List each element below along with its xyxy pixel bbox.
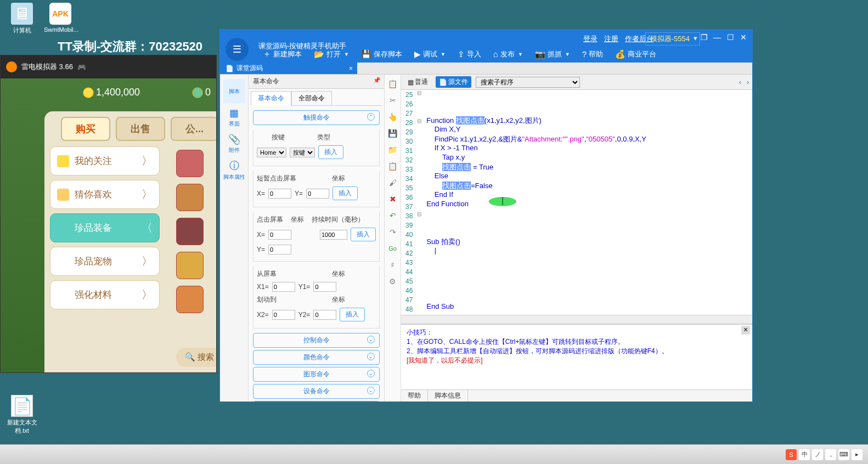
game-category-item[interactable]: 我的关注〉 <box>50 146 160 176</box>
close-tab-icon[interactable]: × <box>349 65 353 72</box>
item-thumb[interactable] <box>176 252 204 279</box>
command-group[interactable]: 控制命令⌄ <box>253 333 380 348</box>
file-tab[interactable]: 📄 课堂源码 × <box>220 63 357 74</box>
item-thumb[interactable] <box>176 150 204 177</box>
currency-gem[interactable]: 0 <box>192 87 211 98</box>
window-restore-icon[interactable]: ❐ <box>698 32 710 42</box>
status-tab-help[interactable]: 帮助 <box>401 390 428 401</box>
sidebar-界面[interactable]: ▦界面 <box>223 105 245 129</box>
toolbar-调试[interactable]: ▶调试▼ <box>410 47 450 61</box>
paste-icon[interactable]: 📋 <box>388 161 398 171</box>
horizontal-scrollbar[interactable] <box>401 315 752 324</box>
collapse-icon[interactable]: ⌃ <box>367 113 375 121</box>
nav-next-icon[interactable]: › <box>747 78 749 86</box>
emulator-titlebar[interactable]: 雷电模拟器 3.66 🎮 <box>1 55 216 78</box>
sidebar-附件[interactable]: 📎附件 <box>223 132 245 156</box>
currency-gold[interactable]: 1,400,000 <box>83 87 140 98</box>
y1-input[interactable] <box>313 282 336 292</box>
cancel-icon[interactable]: ✖ <box>388 194 398 204</box>
brush-icon[interactable]: 🖌 <box>388 178 398 188</box>
login-link[interactable]: 登录 <box>583 34 598 44</box>
taskbar[interactable]: S 中 ノ ， ⌨ ▸ <box>0 444 868 464</box>
tab-sell[interactable]: 出售 <box>116 117 165 141</box>
desktop-icon-apk[interactable]: APK SwmtMobil... <box>44 3 77 33</box>
item-thumb[interactable] <box>176 184 204 211</box>
insert-button[interactable]: 插入 <box>351 228 376 241</box>
search-procedure-select[interactable]: 搜索子程序 <box>476 77 580 88</box>
code-editor[interactable]: 2526272829303132333435363738394041424344… <box>401 90 752 315</box>
touch-commands-group[interactable]: 触摸命令⌃ <box>253 110 380 125</box>
game-category-item[interactable]: 珍品宠物〉 <box>50 247 160 276</box>
game-category-item[interactable]: 强化材料〉 <box>50 280 160 309</box>
command-group[interactable]: 其它命令⌄ <box>253 401 380 401</box>
toolbar-导入[interactable]: ⇪导入 <box>453 47 486 61</box>
duration-input[interactable] <box>320 230 347 240</box>
view-source[interactable]: 📄 源文件 <box>436 76 471 88</box>
insert-button[interactable]: 插入 <box>340 308 365 321</box>
y-input[interactable] <box>306 189 329 199</box>
toolbar-商业平台[interactable]: 💰商业平台 <box>611 47 661 61</box>
game-category-item[interactable]: 珍品装备〈 <box>50 213 160 242</box>
ime-indicator[interactable]: 中 <box>799 449 810 460</box>
insert-button[interactable]: 插入 <box>332 186 358 200</box>
undo-icon[interactable]: ↶ <box>388 211 398 220</box>
toolbar-保存脚本[interactable]: 💾保存脚本 <box>357 47 407 61</box>
panel-tab-all[interactable]: 全部命令 <box>291 91 332 106</box>
window-close-icon[interactable]: ✕ <box>737 32 749 42</box>
ime-punct-icon[interactable]: ， <box>825 449 836 460</box>
close-tips-icon[interactable]: × <box>741 326 750 335</box>
main-menu-button[interactable]: ☰ <box>226 38 249 61</box>
game-category-item[interactable]: 猜你喜欢〉 <box>50 180 160 209</box>
go-icon[interactable]: Go <box>388 244 398 253</box>
game-search[interactable]: 🔍 搜索 <box>176 348 216 367</box>
item-thumb[interactable] <box>176 286 204 313</box>
tap-y-input[interactable] <box>268 245 291 254</box>
x2-input[interactable] <box>272 310 295 320</box>
panel-tab-basic[interactable]: 基本命令 <box>251 91 291 106</box>
x-input[interactable] <box>268 189 291 199</box>
redo-icon[interactable]: ↷ <box>388 227 398 237</box>
expand-icon[interactable]: ⌄ <box>367 387 375 394</box>
pointer-icon[interactable]: 👆 <box>388 112 398 122</box>
type-select[interactable]: 按键 <box>290 148 315 157</box>
command-group[interactable]: 颜色命令⌄ <box>253 350 380 365</box>
view-normal[interactable]: ▦ 普通 <box>404 76 431 88</box>
status-tab-info[interactable]: 脚本信息 <box>428 390 468 401</box>
tab-buy[interactable]: 购买 <box>61 117 110 141</box>
settings-icon[interactable]: ⚙ <box>388 276 398 286</box>
desktop-icon-txt[interactable]: 📄 新建文本文档.txt <box>5 395 38 435</box>
command-group[interactable]: 图形命令⌄ <box>253 367 380 382</box>
window-min-icon[interactable]: — <box>711 32 723 42</box>
expand-icon[interactable]: ⌄ <box>367 353 375 360</box>
nav-prev-icon[interactable]: ‹ <box>739 78 741 86</box>
y2-input[interactable] <box>313 310 336 320</box>
dismiss-tips-link[interactable]: [我知道了，以后不必提示] <box>407 356 747 365</box>
sidebar-脚本[interactable]: 脚本 <box>223 79 245 103</box>
x1-input[interactable] <box>272 282 295 292</box>
ime-mode-icon[interactable]: ノ <box>812 449 823 460</box>
sidebar-脚本属性[interactable]: ⓘ脚本属性 <box>223 158 245 182</box>
device-selector[interactable]: 模拟器-5554 <box>645 32 700 46</box>
window-max-icon[interactable]: ☐ <box>724 32 736 42</box>
copy-icon[interactable]: 📋 <box>388 79 398 89</box>
expand-icon[interactable]: ⌄ <box>367 336 375 343</box>
expand-icon[interactable]: ⌄ <box>367 370 375 377</box>
ime-keyboard-icon[interactable]: ⌨ <box>838 449 849 460</box>
tap-x-input[interactable] <box>268 230 291 240</box>
emulator-screen[interactable]: 1,400,000 0 [清梦. 购买 出售 公... 我的关注〉猜你喜欢〉珍品… <box>1 78 216 372</box>
sogou-ime-icon[interactable]: S <box>786 449 797 460</box>
register-link[interactable]: 注册 <box>604 34 618 44</box>
cut-icon[interactable]: ✂ <box>388 95 398 105</box>
toolbar-发布[interactable]: ⌂发布▼ <box>489 47 527 61</box>
key-select[interactable]: Home <box>257 148 286 157</box>
toolbar-打开[interactable]: 📂打开▼ <box>309 47 353 61</box>
desktop-icon-computer[interactable]: 🖥 计算机 <box>5 3 38 35</box>
toolbar-抓抓[interactable]: 📷抓抓▼ <box>531 47 574 61</box>
save-icon[interactable]: 💾 <box>388 128 398 138</box>
toolbar-帮助[interactable]: ?帮助 <box>578 47 607 61</box>
tree-icon[interactable]: ♯ <box>388 260 398 270</box>
command-group[interactable]: 设备命令⌄ <box>253 384 380 399</box>
toolbar-新建脚本[interactable]: ＋新建脚本 <box>258 47 306 61</box>
folder-icon[interactable]: 📁 <box>388 145 398 155</box>
item-thumb[interactable] <box>176 218 204 245</box>
